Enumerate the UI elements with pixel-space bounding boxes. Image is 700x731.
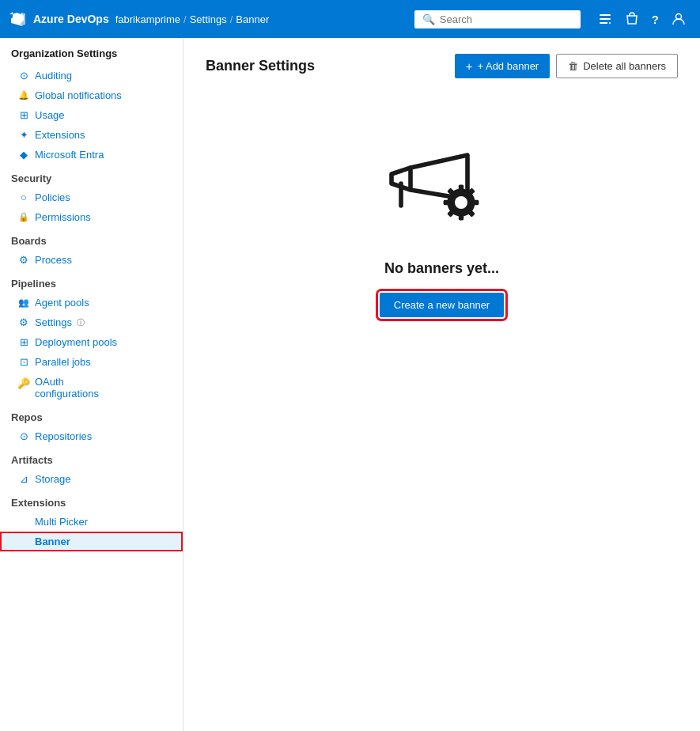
sidebar-section-artifacts: Artifacts bbox=[0, 446, 183, 469]
search-box[interactable]: 🔍 bbox=[414, 10, 581, 28]
policies-icon: ○ bbox=[17, 191, 30, 203]
sidebar-item-parallel-jobs[interactable]: ⊡ Parallel jobs bbox=[0, 352, 183, 372]
add-banner-button[interactable]: + + Add banner bbox=[455, 54, 550, 78]
content-area: Banner Settings + + Add banner 🗑 Delete … bbox=[184, 38, 700, 731]
sidebar-label-storage: Storage bbox=[35, 473, 71, 485]
sidebar-section-security: Security bbox=[0, 165, 183, 187]
content-actions: + + Add banner 🗑 Delete all banners bbox=[455, 54, 678, 78]
trash-icon: 🗑 bbox=[568, 60, 578, 72]
add-icon: + bbox=[466, 60, 473, 72]
sidebar-label-auditing: Auditing bbox=[35, 70, 72, 81]
breadcrumb-section[interactable]: Settings bbox=[190, 13, 227, 25]
topbar-icons: ? bbox=[593, 7, 691, 31]
search-input[interactable] bbox=[440, 13, 573, 25]
storage-icon: ⊿ bbox=[17, 473, 30, 485]
sidebar-item-repositories[interactable]: ⊙ Repositories bbox=[0, 426, 183, 446]
sidebar-item-multi-picker[interactable]: Multi Picker bbox=[0, 512, 183, 532]
sidebar-label-repositories: Repositories bbox=[35, 430, 92, 442]
agent-pools-icon: 👥 bbox=[17, 297, 30, 308]
help-icon: ? bbox=[652, 13, 659, 26]
sidebar-section-boards: Boards bbox=[0, 227, 183, 250]
sidebar-item-banner[interactable]: Banner bbox=[0, 532, 183, 551]
oauth-icon: 🔑 bbox=[17, 377, 30, 389]
delete-all-label: Delete all banners bbox=[583, 60, 666, 72]
search-icon: 🔍 bbox=[422, 13, 435, 25]
sidebar-label-extensions: Extensions bbox=[35, 129, 85, 141]
azure-devops-logo-icon bbox=[9, 9, 28, 28]
sidebar-label-policies: Policies bbox=[35, 191, 70, 203]
page-title: Banner Settings bbox=[206, 58, 455, 74]
sidebar: Organization Settings ⊙ Auditing 🔔 Globa… bbox=[0, 38, 184, 731]
sidebar-section-pipelines: Pipelines bbox=[0, 270, 183, 293]
sidebar-label-multi-picker: Multi Picker bbox=[35, 516, 88, 528]
content-header: Banner Settings + + Add banner 🗑 Delete … bbox=[206, 54, 678, 78]
empty-state: No banners yet... Create a new banner bbox=[206, 142, 678, 317]
sidebar-label-banner: Banner bbox=[35, 536, 70, 547]
svg-rect-1 bbox=[600, 18, 611, 20]
auditing-icon: ⊙ bbox=[17, 70, 30, 81]
settings-list-icon-button[interactable] bbox=[593, 7, 617, 31]
svg-rect-11 bbox=[472, 200, 479, 205]
sidebar-label-permissions: Permissions bbox=[35, 211, 91, 223]
sidebar-item-agent-pools[interactable]: 👥 Agent pools bbox=[0, 293, 183, 312]
svg-rect-9 bbox=[458, 185, 463, 191]
deployment-pools-icon: ⊞ bbox=[17, 336, 30, 348]
svg-rect-0 bbox=[600, 14, 611, 16]
breadcrumb-sep1: / bbox=[184, 13, 187, 25]
sidebar-label-usage: Usage bbox=[35, 109, 65, 121]
sidebar-label-global-notifications: Global notifications bbox=[35, 89, 122, 101]
sidebar-item-settings[interactable]: ⚙ Settings ⓘ bbox=[0, 312, 183, 332]
sidebar-section-extensions: Extensions bbox=[0, 489, 183, 512]
marketplace-icon-button[interactable] bbox=[620, 7, 644, 31]
pipelines-settings-icon: ⚙ bbox=[17, 316, 30, 328]
svg-rect-12 bbox=[443, 200, 449, 205]
sidebar-item-permissions[interactable]: 🔒 Permissions bbox=[0, 207, 183, 227]
main-layout: Organization Settings ⊙ Auditing 🔔 Globa… bbox=[0, 38, 700, 731]
sidebar-label-parallel-jobs: Parallel jobs bbox=[35, 356, 91, 368]
sidebar-label-microsoft-entra: Microsoft Entra bbox=[35, 149, 104, 161]
empty-state-text: No banners yet... bbox=[384, 260, 499, 277]
breadcrumb-sep2: / bbox=[230, 13, 233, 25]
process-icon: ⚙ bbox=[17, 254, 30, 266]
breadcrumb: fabrikamprime / Settings / Banner bbox=[115, 13, 270, 25]
sidebar-item-auditing[interactable]: ⊙ Auditing bbox=[0, 66, 183, 85]
user-icon bbox=[672, 12, 686, 26]
user-icon-button[interactable] bbox=[667, 7, 691, 31]
breadcrumb-page[interactable]: Banner bbox=[236, 13, 269, 25]
svg-rect-10 bbox=[458, 214, 463, 220]
settings-info-icon: ⓘ bbox=[77, 317, 85, 328]
empty-state-illustration bbox=[379, 142, 505, 244]
sidebar-label-deployment-pools: Deployment pools bbox=[35, 336, 117, 348]
add-banner-label: + Add banner bbox=[477, 60, 539, 72]
breadcrumb-org[interactable]: fabrikamprime bbox=[115, 13, 180, 25]
sidebar-section-repos: Repos bbox=[0, 403, 183, 426]
sidebar-item-usage[interactable]: ⊞ Usage bbox=[0, 105, 183, 125]
sidebar-label-settings: Settings bbox=[35, 316, 72, 328]
create-new-banner-button[interactable]: Create a new banner bbox=[380, 293, 504, 317]
sidebar-item-policies[interactable]: ○ Policies bbox=[0, 187, 183, 207]
sidebar-label-agent-pools: Agent pools bbox=[35, 297, 89, 309]
app-logo[interactable]: Azure DevOps bbox=[9, 9, 109, 28]
repositories-icon: ⊙ bbox=[17, 430, 30, 442]
help-icon-button[interactable]: ? bbox=[647, 8, 664, 31]
sidebar-item-process[interactable]: ⚙ Process bbox=[0, 250, 183, 270]
sidebar-title: Organization Settings bbox=[0, 38, 183, 66]
extensions-icon: ✦ bbox=[17, 129, 30, 141]
sidebar-item-global-notifications[interactable]: 🔔 Global notifications bbox=[0, 85, 183, 105]
microsoft-entra-icon: ◆ bbox=[17, 149, 30, 161]
topbar: Azure DevOps fabrikamprime / Settings / … bbox=[0, 0, 700, 38]
sidebar-item-deployment-pools[interactable]: ⊞ Deployment pools bbox=[0, 332, 183, 352]
permissions-icon: 🔒 bbox=[17, 212, 30, 222]
delete-all-banners-button[interactable]: 🗑 Delete all banners bbox=[556, 54, 678, 78]
sidebar-item-extensions[interactable]: ✦ Extensions bbox=[0, 125, 183, 145]
svg-point-8 bbox=[455, 196, 467, 209]
sidebar-item-oauth-configurations[interactable]: 🔑 OAuthconfigurations bbox=[0, 372, 183, 403]
global-notifications-icon: 🔔 bbox=[17, 90, 30, 100]
bag-icon bbox=[625, 12, 639, 26]
sidebar-label-oauth: OAuthconfigurations bbox=[35, 376, 99, 400]
usage-icon: ⊞ bbox=[17, 109, 30, 121]
parallel-jobs-icon: ⊡ bbox=[17, 356, 30, 368]
app-name: Azure DevOps bbox=[33, 13, 109, 25]
sidebar-item-storage[interactable]: ⊿ Storage bbox=[0, 469, 183, 489]
sidebar-item-microsoft-entra[interactable]: ◆ Microsoft Entra bbox=[0, 145, 183, 165]
